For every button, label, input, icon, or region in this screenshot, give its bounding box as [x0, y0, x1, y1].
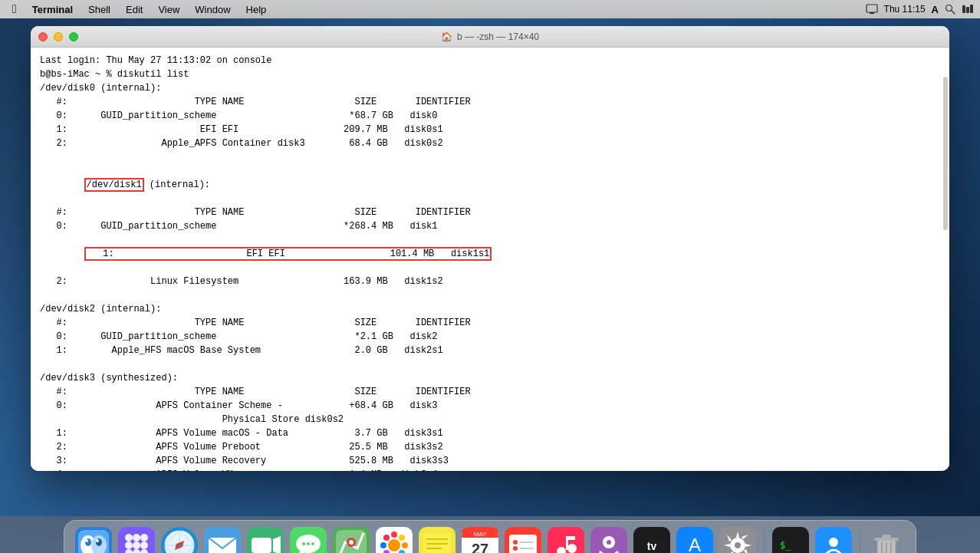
svg-point-14	[96, 539, 99, 542]
svg-point-50	[391, 532, 397, 538]
dock-separator	[764, 530, 765, 553]
svg-point-41	[302, 542, 305, 545]
dock-calendar[interactable]: 27 MAY	[460, 525, 500, 553]
disk2-r0: 0: GUID_partition_scheme *2.1 GB disk2	[40, 330, 940, 344]
terminal-body[interactable]: Last login: Thu May 27 11:13:02 on conso…	[31, 48, 949, 471]
disk2-r1: 1: Apple_HFS macOS Base System 2.0 GB di…	[40, 344, 940, 357]
svg-point-70	[513, 540, 518, 545]
menu-window[interactable]: Window	[189, 0, 236, 18]
dock-finder[interactable]	[74, 525, 113, 553]
svg-text:MAY: MAY	[474, 531, 487, 538]
dock-stickies[interactable]	[417, 525, 457, 553]
menu-shell[interactable]: Shell	[82, 0, 117, 18]
minimize-button[interactable]	[54, 32, 63, 41]
disk3-r2: 2: APFS Volume Preboot 25.5 MB disk3s2	[40, 440, 940, 454]
desktop: 🏠 b — -zsh — 174×40 Last login: Thu May …	[0, 18, 980, 516]
disk3-cols: #: TYPE NAME SIZE IDENTIFIER	[40, 385, 940, 399]
svg-point-13	[85, 539, 88, 542]
svg-point-56	[399, 535, 405, 541]
svg-point-81	[607, 540, 611, 545]
disk0-r0: 0: GUID_partition_scheme *68.7 GB disk0	[40, 109, 940, 123]
svg-rect-36	[252, 538, 271, 553]
search-icon[interactable]	[945, 4, 955, 15]
svg-rect-6	[970, 5, 973, 13]
dock-safari[interactable]	[159, 525, 199, 553]
login-line: Last login: Thu May 27 11:13:02 on conso…	[40, 54, 940, 67]
dock-airdrop[interactable]	[814, 525, 853, 553]
apple-icon: 	[12, 2, 17, 16]
dock: 27 MAY	[64, 520, 916, 553]
svg-rect-5	[966, 7, 969, 13]
dock-music[interactable]	[546, 525, 586, 553]
disk3-r0b: Physical Store disk0s2	[40, 413, 940, 426]
svg-rect-1	[870, 12, 874, 14]
dock-messages[interactable]	[288, 525, 328, 553]
svg-point-17	[133, 534, 140, 541]
svg-rect-69	[509, 535, 537, 553]
disk0-r2: 2: Apple_APFS Container disk3 68.4 GB di…	[40, 137, 940, 150]
svg-point-92	[829, 538, 838, 547]
svg-text:A: A	[689, 535, 701, 553]
dock-systemprefs[interactable]	[718, 525, 758, 553]
menubar-right: Thu 11:15 A	[866, 4, 974, 15]
svg-rect-0	[867, 5, 877, 12]
disk1-spacer	[40, 288, 940, 302]
dock-podcasts[interactable]	[589, 525, 629, 553]
disk1-r1: 1: EFI EFI 101.4 MB disk1s1	[40, 233, 940, 275]
menu-help[interactable]: Help	[240, 0, 273, 18]
svg-text:27: 27	[472, 541, 488, 553]
dock-terminal[interactable]: $_	[771, 525, 811, 553]
svg-line-3	[952, 11, 955, 14]
svg-point-72	[513, 546, 518, 551]
svg-text:$_: $_	[780, 540, 791, 551]
home-icon: 🏠	[441, 31, 452, 42]
svg-point-2	[946, 5, 952, 12]
svg-point-49	[388, 539, 400, 551]
disk2-cols: #: TYPE NAME SIZE IDENTIFIER	[40, 316, 940, 330]
terminal-titlebar: 🏠 b — -zsh — 174×40	[31, 26, 949, 48]
scrollbar-right[interactable]	[943, 69, 948, 471]
window-title: 🏠 b — -zsh — 174×40	[441, 31, 539, 42]
dock-launchpad[interactable]	[117, 525, 156, 553]
dock-facetime[interactable]	[245, 525, 285, 553]
apple-menu[interactable]: 	[6, 0, 23, 18]
dock-maps[interactable]	[331, 525, 371, 553]
dock-container: 27 MAY	[0, 516, 980, 553]
maximize-button[interactable]	[69, 32, 78, 41]
svg-point-18	[140, 534, 148, 541]
screen-share-icon	[866, 4, 878, 15]
menu-view[interactable]: View	[152, 0, 186, 18]
svg-point-88	[735, 542, 741, 548]
svg-point-21	[140, 541, 148, 549]
dock-reminders[interactable]	[503, 525, 543, 553]
dock-mail[interactable]	[202, 525, 242, 553]
disk1-cols: #: TYPE NAME SIZE IDENTIFIER	[40, 206, 940, 219]
disk2-header: /dev/disk2 (internal):	[40, 302, 940, 316]
svg-rect-78	[566, 536, 575, 540]
control-center-icon[interactable]	[962, 4, 974, 15]
terminal-window: 🏠 b — -zsh — 174×40 Last login: Thu May …	[31, 26, 949, 471]
disk0-header: /dev/disk0 (internal):	[40, 81, 940, 95]
time-display: Thu 11:15	[884, 4, 926, 15]
svg-rect-95	[874, 538, 899, 541]
dock-photos[interactable]	[374, 525, 414, 553]
disk1-header: /dev/disk1 (internal):	[40, 164, 940, 206]
svg-point-53	[402, 542, 408, 548]
scrollbar-thumb	[943, 77, 948, 230]
disk1-r0: 0: GUID_partition_scheme *268.4 MB disk1	[40, 219, 940, 233]
menu-edit[interactable]: Edit	[120, 0, 149, 18]
disk3-header: /dev/disk3 (synthesized):	[40, 371, 940, 385]
prompt1: b@bs-iMac ~ % diskutil list	[40, 67, 940, 81]
disk0-r1: 1: EFI EFI 209.7 MB disk0s1	[40, 123, 940, 137]
svg-text:tv: tv	[647, 540, 657, 552]
close-button[interactable]	[38, 32, 48, 41]
svg-point-16	[125, 534, 133, 541]
dock-trash[interactable]	[867, 525, 906, 553]
svg-rect-4	[962, 5, 965, 13]
svg-point-76	[567, 544, 577, 553]
svg-point-47	[349, 540, 354, 545]
dock-appletv[interactable]: tv	[632, 525, 672, 553]
dock-appstore[interactable]: A	[675, 525, 715, 553]
app-name[interactable]: Terminal	[26, 0, 79, 18]
disk3-r0: 0: APFS Container Scheme - +68.4 GB disk…	[40, 399, 940, 413]
